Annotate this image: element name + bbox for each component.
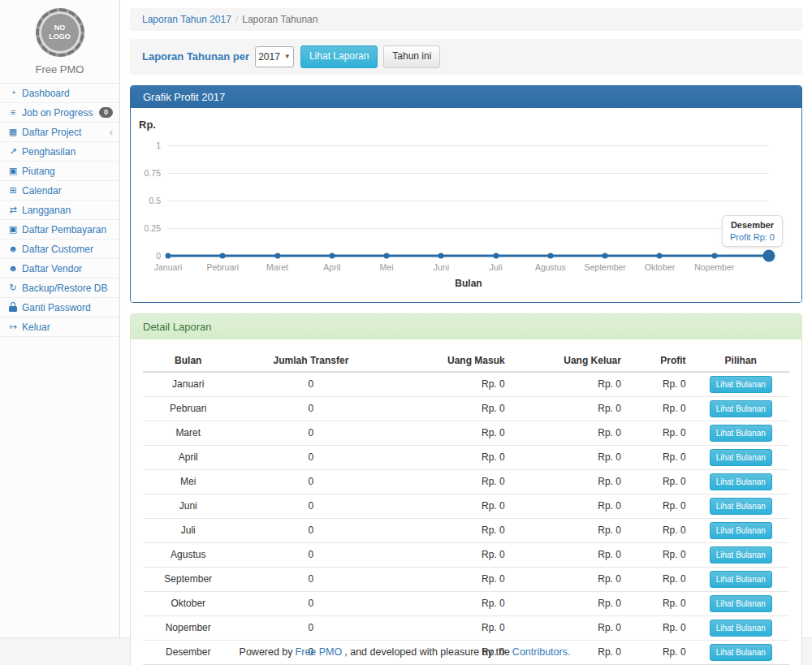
cell-keluar: Rp. 0 [512, 518, 628, 542]
x-tick-label: Mei [380, 262, 394, 272]
table-row: Juni0Rp. 0Rp. 0Rp. 0Lihat Bulanan [143, 494, 789, 518]
lihat-bulanan-button[interactable]: Lihat Bulanan [710, 522, 772, 539]
x-tick-label: Pebruari [206, 262, 239, 272]
cell-pilihan: Lihat Bulanan [693, 640, 789, 664]
cell-bulan: Desember [143, 640, 233, 664]
cell-bulan: Juli [143, 518, 233, 542]
column-header-transfer: Jumlah Transfer [233, 350, 388, 372]
data-point-mei[interactable] [384, 253, 390, 258]
cell-transfer: 0 [233, 421, 388, 445]
sidebar-item-langganan[interactable]: ⇄Langganan [0, 201, 119, 220]
sidebar-item-label: Penghasilan [22, 146, 76, 158]
data-point-april[interactable] [329, 253, 335, 258]
data-point-maret[interactable] [274, 253, 280, 258]
sidebar-item-calendar[interactable]: ⊞Calendar [0, 181, 119, 201]
lihat-bulanan-button[interactable]: Lihat Bulanan [710, 644, 772, 661]
lihat-bulanan-button[interactable]: Lihat Bulanan [710, 571, 772, 588]
lihat-bulanan-button[interactable]: Lihat Bulanan [710, 595, 772, 612]
x-tick-label: Oktober [645, 262, 675, 272]
breadcrumb-separator: / [235, 14, 238, 25]
sidebar-item-label: Calendar [22, 185, 62, 196]
x-tick-label: April [323, 262, 340, 272]
lihat-bulanan-button[interactable]: Lihat Bulanan [710, 473, 772, 490]
sidebar-item-daftar-project[interactable]: ▦Daftar Project‹ [0, 123, 119, 142]
lihat-bulanan-button[interactable]: Lihat Bulanan [710, 449, 772, 466]
table-row: Oktober0Rp. 0Rp. 0Rp. 0Lihat Bulanan [143, 591, 789, 615]
year-select[interactable]: 2017 ▼ [255, 46, 294, 67]
sidebar-item-label: Langganan [22, 205, 71, 216]
lihat-bulanan-button[interactable]: Lihat Bulanan [710, 498, 772, 515]
cell-profit: Rp. 0 [628, 372, 693, 397]
data-point-januari[interactable] [166, 253, 171, 258]
cell-keluar: Rp. 0 [512, 542, 628, 567]
caret-down-icon: ▼ [284, 53, 291, 60]
cell-profit: Rp. 0 [628, 469, 693, 494]
cell-masuk: Rp. 0 [388, 494, 511, 518]
cell-transfer: 0 [233, 615, 388, 640]
footer-link-contributors[interactable]: Contributors. [512, 646, 571, 658]
cell-keluar: Rp. 0 [512, 445, 628, 469]
sidebar-item-daftar-vendor[interactable]: ☻Daftar Vendor [0, 259, 119, 279]
cell-keluar: Rp. 0 [512, 396, 628, 421]
sidebar-item-label: Daftar Pembayaran [22, 224, 106, 235]
collapse-chevron-icon: ‹ [110, 127, 113, 137]
brand-name: Free PMO [0, 63, 119, 76]
cell-masuk: Rp. 0 [388, 567, 511, 591]
cell-masuk: Rp. 0 [388, 372, 511, 397]
lihat-bulanan-button[interactable]: Lihat Bulanan [710, 425, 772, 442]
data-point-juli[interactable] [493, 253, 499, 258]
lock-icon-shape [9, 306, 17, 312]
cell-masuk: Rp. 0 [388, 469, 511, 494]
sidebar: NO LOGO Free PMO ◔Dashboard≡Job on Progr… [0, 0, 120, 637]
x-tick-label: Juli [490, 262, 503, 272]
lihat-bulanan-button[interactable]: Lihat Bulanan [710, 400, 772, 417]
lihat-bulanan-button[interactable]: Lihat Bulanan [710, 546, 772, 564]
sidebar-item-dashboard[interactable]: ◔Dashboard [0, 84, 119, 103]
lihat-laporan-button[interactable]: Lihat Laporan [300, 45, 378, 68]
plot-area: Desember Profit Rp: 0 Bulan 10.750.50.25… [168, 145, 769, 256]
data-point-oktober[interactable] [657, 253, 663, 258]
cell-profit: Rp. 0 [628, 591, 693, 615]
sidebar-item-job-on-progress[interactable]: ≡Job on Progress0 [0, 103, 119, 123]
cell-keluar: Rp. 0 [512, 494, 628, 518]
data-point-september[interactable] [603, 253, 608, 258]
cell-keluar: Rp. 0 [512, 469, 628, 494]
column-header-masuk: Uang Masuk [388, 350, 511, 372]
retweet-icon: ⇄ [6, 205, 19, 214]
cell-pilihan: Lihat Bulanan [693, 591, 789, 615]
sidebar-item-penghasilan[interactable]: ↗Penghasilan [0, 142, 119, 162]
sidebar-item-daftar-customer[interactable]: ☻Daftar Customer [0, 240, 119, 259]
data-point-nopember[interactable] [711, 253, 717, 258]
sidebar-item-daftar-pembayaran[interactable]: ▣Daftar Pembayaran [0, 220, 119, 240]
sidebar-item-piutang[interactable]: ▣Piutang [0, 162, 119, 181]
sign-out-icon: ↦ [6, 322, 19, 331]
lihat-bulanan-button[interactable]: Lihat Bulanan [710, 620, 772, 637]
data-point-agustus[interactable] [547, 253, 553, 258]
cell-transfer: 0 [233, 567, 388, 591]
data-point-desember[interactable] [763, 249, 775, 261]
sidebar-item-keluar[interactable]: ↦Keluar [0, 317, 119, 337]
footer-link-free-pmo[interactable]: Free PMO [296, 646, 343, 658]
breadcrumb: Laporan Tahun 2017/Laporan Tahunan [130, 8, 802, 31]
cell-bulan: September [143, 567, 233, 591]
cell-transfer: 0 [233, 591, 388, 615]
cell-masuk: Rp. 0 [388, 591, 511, 615]
lihat-bulanan-button[interactable]: Lihat Bulanan [710, 376, 772, 393]
logo-block: NO LOGO Free PMO [0, 0, 119, 83]
sidebar-item-label: Daftar Customer [22, 244, 93, 255]
cell-bulan: Juni [143, 494, 233, 518]
cell-bulan: Nopember [143, 615, 233, 640]
cell-masuk: Rp. 0 [388, 445, 511, 469]
sidebar-item-ganti-password[interactable]: Ganti Password [0, 298, 119, 317]
data-point-juni[interactable] [438, 253, 444, 258]
cell-bulan: Januari [143, 372, 233, 397]
sidebar-item-backup-restore-db[interactable]: ↻Backup/Restore DB [0, 279, 119, 298]
cell-masuk: Rp. 0 [388, 518, 511, 542]
sidebar-item-label: Ganti Password [22, 302, 91, 313]
breadcrumb-current: Laporan Tahunan [242, 14, 317, 25]
tahun-ini-button[interactable]: Tahun ini [383, 45, 440, 68]
line-chart-icon: ↗ [6, 147, 19, 156]
data-point-pebruari[interactable] [220, 253, 226, 258]
breadcrumb-link-laporan-tahun[interactable]: Laporan Tahun 2017 [142, 14, 231, 25]
cell-profit: Rp. 0 [628, 640, 693, 664]
